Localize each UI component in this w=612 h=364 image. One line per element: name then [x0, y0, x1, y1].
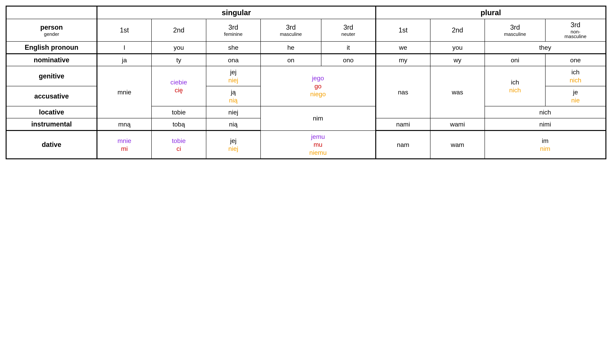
dat-1sg: mniemi: [97, 130, 151, 159]
acc-3sg-fem: ją nią: [206, 86, 261, 106]
eng-they: they: [485, 41, 606, 54]
col-pl-3rd-masc: 3rdmasculine: [485, 19, 545, 41]
gen-acc-3sg-masc-neut: jego go niego: [261, 66, 376, 106]
ins-2sg: tobą: [151, 118, 206, 130]
ins-3pl: nimi: [485, 118, 606, 130]
eng-we: we: [376, 41, 430, 54]
ins-1sg: mną: [97, 118, 151, 130]
eng-she: she: [206, 41, 261, 54]
header-person-gender: person gender: [6, 19, 97, 41]
header-english-pronoun: English pronoun: [6, 41, 97, 54]
gen-acc-2sg: ciebie cię: [151, 66, 206, 106]
col-pl-2nd: 2nd: [430, 19, 485, 41]
nom-oni: oni: [485, 54, 545, 66]
col-pl-1st: 1st: [376, 19, 430, 41]
ins-1pl: nami: [376, 118, 430, 130]
col-sg-3rd-fem: 3rdfeminine: [206, 19, 261, 41]
col-sg-3rd-masc: 3rdmasculine: [261, 19, 321, 41]
gen-acc-3pl-masc: ich nich: [485, 66, 545, 106]
dat-2pl: wam: [430, 130, 485, 159]
row-accusative: accusative: [6, 86, 97, 106]
gen-acc-loc-2pl: was: [430, 66, 485, 118]
corner-blank: [6, 6, 97, 19]
eng-you-pl: you: [430, 41, 485, 54]
dat-3pl: imnim: [485, 130, 606, 159]
nom-my: my: [376, 54, 430, 66]
acc-3pl-nonmasc: je nie: [545, 86, 606, 106]
row-dative: dative: [6, 130, 97, 159]
row-instrumental: instrumental: [6, 118, 97, 130]
nom-one: one: [545, 54, 606, 66]
loc-3sg-fem: niej: [206, 106, 261, 118]
row-nominative: nominative: [6, 54, 97, 66]
ins-3sg-fem: nią: [206, 118, 261, 130]
dat-2sg: tobieci: [151, 130, 206, 159]
dat-3sg-masc-neut: jemu mu niemu: [261, 130, 376, 159]
row-locative: locative: [6, 106, 97, 118]
pronoun-declension-table: singular plural person gender 1st 2nd 3r…: [6, 6, 606, 159]
col-pl-3rd-nonmasc: 3rd non- masculine: [545, 19, 606, 41]
dat-1pl: nam: [376, 130, 430, 159]
dat-3sg-fem: jejniej: [206, 130, 261, 159]
header-singular: singular: [97, 6, 376, 19]
loc-2sg: tobie: [151, 106, 206, 118]
col-sg-2nd: 2nd: [151, 19, 206, 41]
nom-ty: ty: [151, 54, 206, 66]
gen-3sg-fem: jej niej: [206, 66, 261, 86]
nom-ona: ona: [206, 54, 261, 66]
nom-ja: ja: [97, 54, 151, 66]
col-sg-1st: 1st: [97, 19, 151, 41]
eng-he: he: [261, 41, 321, 54]
ins-2pl: wami: [430, 118, 485, 130]
row-genitive: genitive: [6, 66, 97, 86]
nom-wy: wy: [430, 54, 485, 66]
eng-it: it: [321, 41, 376, 54]
loc-3pl: nich: [485, 106, 606, 118]
col-sg-3rd-neut: 3rdneuter: [321, 19, 376, 41]
nom-ono: ono: [321, 54, 376, 66]
loc-ins-3sg-masc-neut: nim: [261, 106, 376, 130]
eng-you-sg: you: [151, 41, 206, 54]
nom-on: on: [261, 54, 321, 66]
gen-acc-loc-1pl: nas: [376, 66, 430, 118]
gen-3pl-nonmasc: ich nich: [545, 66, 606, 86]
gen-acc-loc-1sg: mnie: [97, 66, 151, 118]
eng-I: I: [97, 41, 151, 54]
header-plural: plural: [376, 6, 606, 19]
